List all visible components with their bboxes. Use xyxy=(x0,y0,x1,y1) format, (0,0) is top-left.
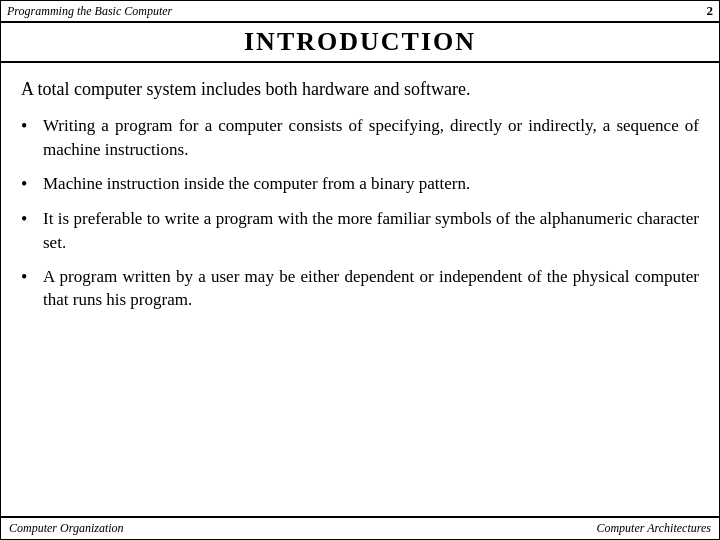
bullet-text: It is preferable to write a program with… xyxy=(43,207,699,255)
main-content: A total computer system includes both ha… xyxy=(1,63,719,516)
bullet-text: A program written by a user may be eithe… xyxy=(43,265,699,313)
slide-number: 2 xyxy=(707,3,714,19)
bullet-symbol: • xyxy=(21,114,43,139)
footer-left: Computer Organization xyxy=(9,521,124,536)
list-item: •A program written by a user may be eith… xyxy=(21,265,699,313)
list-item: •Writing a program for a computer consis… xyxy=(21,114,699,162)
footer-row: Computer Organization Computer Architect… xyxy=(1,516,719,539)
bullet-list: •Writing a program for a computer consis… xyxy=(21,114,699,312)
slide-container: Programming the Basic Computer 2 INTRODU… xyxy=(0,0,720,540)
bullet-symbol: • xyxy=(21,172,43,197)
slide-title: INTRODUCTION xyxy=(1,27,719,57)
bullet-text: Writing a program for a computer consist… xyxy=(43,114,699,162)
bullet-text: Machine instruction inside the computer … xyxy=(43,172,699,196)
header-title: Programming the Basic Computer xyxy=(7,4,172,19)
list-item: •Machine instruction inside the computer… xyxy=(21,172,699,197)
intro-paragraph: A total computer system includes both ha… xyxy=(21,77,699,102)
header-row: Programming the Basic Computer 2 xyxy=(1,1,719,23)
bullet-symbol: • xyxy=(21,207,43,232)
footer-right: Computer Architectures xyxy=(596,521,711,536)
title-bar: INTRODUCTION xyxy=(1,23,719,63)
bullet-symbol: • xyxy=(21,265,43,290)
list-item: •It is preferable to write a program wit… xyxy=(21,207,699,255)
